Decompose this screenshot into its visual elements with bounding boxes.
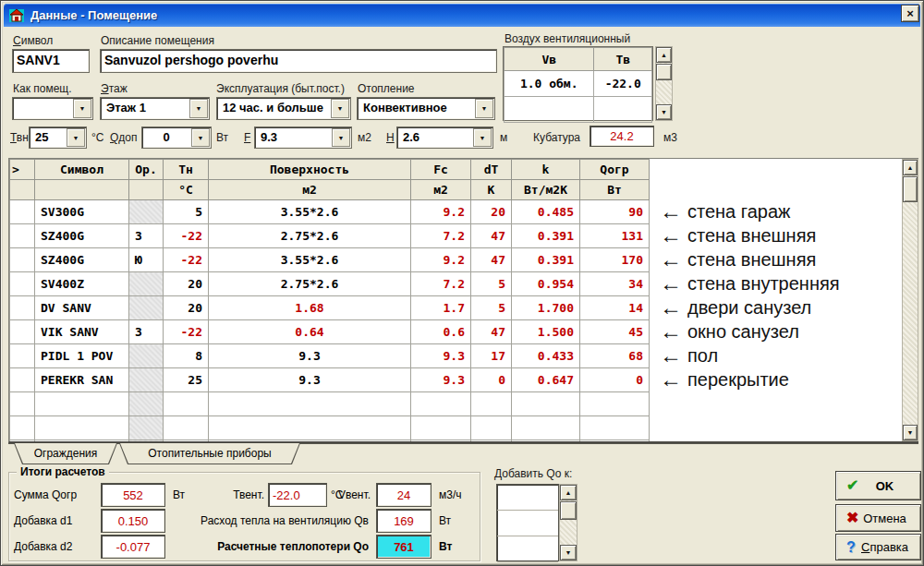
grid-cell[interactable]: 9.3 — [411, 368, 471, 392]
grid-cell[interactable]: DV SANV — [35, 296, 129, 320]
grid-row[interactable]: PEREKR SAN259.39.300.6470 — [10, 368, 650, 392]
grid-cell[interactable]: 1.700 — [512, 296, 580, 320]
grid-cell[interactable]: 0.954 — [512, 272, 580, 296]
grid-cell[interactable]: 20 — [164, 296, 209, 320]
grid-cell[interactable]: 17 — [471, 344, 512, 368]
scroll-up-icon[interactable]: ▲ — [560, 485, 577, 500]
grid-cell[interactable]: 5 — [471, 296, 512, 320]
chevron-down-icon[interactable]: ▼ — [189, 99, 208, 118]
grid-cell[interactable]: 9.3 — [209, 344, 411, 368]
vent-row[interactable] — [505, 97, 652, 123]
grid-cell[interactable]: 34 — [580, 272, 650, 296]
close-icon[interactable]: × — [901, 5, 919, 22]
grid-cell[interactable]: 25 — [164, 368, 209, 392]
symbol-input[interactable]: SANV1 — [12, 49, 90, 73]
grid-row-empty[interactable] — [10, 416, 650, 440]
chevron-down-icon[interactable]: ▼ — [73, 99, 91, 118]
chevron-down-icon[interactable]: ▼ — [67, 128, 85, 147]
grid-cell[interactable]: 20 — [164, 272, 209, 296]
grid-row[interactable]: SV300G53.55*2.69.2200.48590 — [10, 200, 650, 224]
scroll-up-icon[interactable]: ▲ — [903, 160, 918, 175]
vent-row[interactable]: 1.0 обм.-22.0 — [505, 71, 652, 97]
grid-cell[interactable] — [10, 368, 35, 392]
grid-cell[interactable] — [129, 416, 164, 440]
tab-enclosures[interactable]: Ограждения — [14, 443, 117, 464]
f-combo[interactable]: 9.3 ▼ — [254, 126, 352, 149]
table-scroll-thumb[interactable] — [903, 176, 918, 202]
grid-cell[interactable] — [164, 416, 209, 440]
grid-cell[interactable]: 1.7 — [411, 296, 471, 320]
grid-row[interactable]: SZ400GЗ-222.75*2.67.2470.391131 — [10, 224, 650, 248]
grid-cell[interactable]: 1.500 — [512, 320, 580, 344]
description-input[interactable]: Sanvuzol pershogo poverhu — [100, 49, 497, 73]
grid-cell[interactable]: 0.64 — [209, 320, 411, 344]
add-qo-listbox[interactable] — [496, 484, 559, 561]
grid-cell[interactable]: 0.391 — [512, 248, 580, 272]
grid-cell[interactable] — [580, 392, 650, 416]
h-combo[interactable]: 2.6 ▼ — [396, 126, 493, 149]
grid-cell[interactable] — [10, 272, 35, 296]
tvn-combo[interactable]: 25 ▼ — [29, 126, 87, 149]
grid-cell[interactable] — [580, 416, 650, 440]
vent-air-scrollbar[interactable]: ▲ ▼ — [655, 46, 673, 121]
grid-cell[interactable]: 20 — [471, 200, 512, 224]
chevron-down-icon[interactable]: ▼ — [475, 99, 493, 118]
grid-cell[interactable] — [10, 200, 35, 224]
grid-cell[interactable] — [471, 392, 512, 416]
grid-cell[interactable]: 170 — [580, 248, 650, 272]
grid-cell[interactable]: 14 — [580, 296, 650, 320]
grid-cell[interactable]: 45 — [580, 320, 650, 344]
grid-cell[interactable]: SZ400G — [35, 224, 129, 248]
grid-cell[interactable]: 3.55*2.6 — [209, 200, 411, 224]
grid-row[interactable]: SV400Z202.75*2.67.250.95434 — [10, 272, 650, 296]
grid-row[interactable]: SZ400GЮ-223.55*2.69.2470.391170 — [10, 248, 650, 272]
grid-cell[interactable] — [411, 392, 471, 416]
grid-cell[interactable]: -22 — [164, 320, 209, 344]
exploitation-combo[interactable]: 12 час. и больше ▼ — [216, 97, 351, 120]
add-qo-scrollbar[interactable]: ▲ ▼ — [559, 484, 578, 561]
add-qo-list-item[interactable] — [497, 511, 558, 536]
vent-scroll-thumb[interactable] — [656, 64, 672, 80]
grid-cell[interactable] — [10, 296, 35, 320]
tab-heating-devices[interactable]: Отопительные приборы — [119, 443, 300, 464]
grid-row[interactable]: DV SANV201.681.751.70014 — [10, 296, 650, 320]
grid-cell[interactable] — [129, 296, 164, 320]
scroll-down-icon[interactable]: ▼ — [560, 545, 577, 560]
ok-button[interactable]: ✔ OK — [835, 471, 921, 500]
grid-cell[interactable]: 8 — [164, 344, 209, 368]
grid-cell[interactable]: 2.75*2.6 — [209, 224, 411, 248]
as-room-combo[interactable]: ▼ — [12, 97, 93, 120]
cancel-button[interactable]: ✖ Отмена — [835, 504, 921, 532]
scroll-down-icon[interactable]: ▼ — [903, 425, 918, 440]
grid-cell[interactable]: 68 — [580, 344, 650, 368]
grid-cell[interactable]: 47 — [471, 320, 512, 344]
grid-cell[interactable]: 9.3 — [411, 344, 471, 368]
grid-cell[interactable]: Ю — [129, 248, 164, 272]
vent-air-table[interactable]: VвТв1.0 обм.-22.0 — [503, 46, 653, 121]
grid-cell[interactable]: 5 — [164, 200, 209, 224]
grid-cell[interactable]: 9.3 — [209, 368, 411, 392]
grid-cell[interactable] — [129, 368, 164, 392]
grid-cell[interactable]: 0 — [471, 368, 512, 392]
grid-cell[interactable]: SV400Z — [35, 272, 129, 296]
grid-cell[interactable]: SZ400G — [35, 248, 129, 272]
grid-cell[interactable] — [129, 272, 164, 296]
surfaces-table[interactable]: >СимволОр.ТнПоверхностьFcdTkQогр°Cм2м2КВ… — [8, 158, 918, 443]
chevron-down-icon[interactable]: ▼ — [191, 128, 210, 147]
heating-combo[interactable]: Конвективное ▼ — [357, 97, 495, 120]
grid-cell[interactable]: 47 — [471, 248, 512, 272]
grid-cell[interactable]: 47 — [471, 224, 512, 248]
grid-cell[interactable] — [10, 416, 35, 440]
grid-cell[interactable]: PEREKR SAN — [35, 368, 129, 392]
grid-cell[interactable]: 0.647 — [512, 368, 580, 392]
vent-cell[interactable] — [505, 97, 594, 123]
grid-cell[interactable]: 90 — [580, 200, 650, 224]
grid-cell[interactable] — [411, 416, 471, 440]
grid-cell[interactable] — [164, 392, 209, 416]
grid-cell[interactable]: 7.2 — [411, 224, 471, 248]
grid-cell[interactable] — [129, 392, 164, 416]
grid-cell[interactable]: 1.68 — [209, 296, 411, 320]
grid-cell[interactable]: -22 — [164, 248, 209, 272]
grid-cell[interactable]: З — [129, 224, 164, 248]
grid-cell[interactable]: 0 — [580, 368, 650, 392]
